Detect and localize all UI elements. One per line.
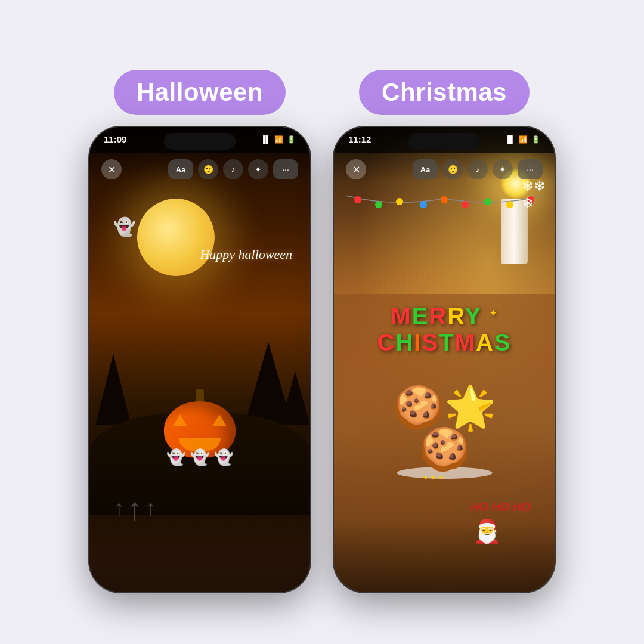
pumpkin-stem <box>196 389 204 401</box>
cookie-emoji: 🍪🌟🍪 <box>389 386 500 470</box>
xmas-wifi-icon: 📶 <box>519 135 528 144</box>
string-lights <box>340 193 549 219</box>
christmas-status-icons: ▐▌ 📶 🔋 <box>505 135 540 144</box>
halloween-status-bar: 11:09 ▐▌ 📶 🔋 <box>89 134 310 144</box>
xmas-emoji-button[interactable]: 🙂 <box>442 159 463 179</box>
tree-1 <box>95 354 131 425</box>
halloween-badge: Halloween <box>114 70 286 115</box>
halloween-toolbar[interactable]: ✕ Aa 🙂 ♪ ✦ ··· <box>89 153 310 185</box>
christmas-word: CHISTMAS <box>355 329 534 355</box>
ho-ho-ho-text: HO HO HO <box>470 499 531 515</box>
svg-point-0 <box>354 196 361 203</box>
halloween-status-icons: ▐▌ 📶 🔋 <box>261 135 296 144</box>
christmas-screen: ❄❄❄ 🍪🌟🍪 MERRY ✦ <box>334 127 555 592</box>
halloween-section: Halloween <box>89 70 310 592</box>
cookie-plate: 🍪🌟🍪 <box>389 386 500 479</box>
ghost-icon-top: 👻 <box>113 216 135 237</box>
pumpkin-eye-right <box>212 414 227 426</box>
christmas-background: ❄❄❄ 🍪🌟🍪 MERRY ✦ <box>334 127 555 592</box>
svg-point-2 <box>396 198 403 205</box>
lights-svg <box>340 193 549 216</box>
bottom-gradient <box>89 521 310 592</box>
xmas-toolbar-right: Aa 🙂 ♪ ✦ ··· <box>413 159 543 179</box>
text-style-button[interactable]: Aa <box>168 159 193 179</box>
christmas-time: 11:12 <box>348 134 371 144</box>
xmas-text-style-button[interactable]: Aa <box>413 159 438 179</box>
pumpkin-eye-left <box>173 414 187 426</box>
svg-point-5 <box>462 201 469 208</box>
tree-3 <box>280 371 310 425</box>
halloween-phone: 👻 Happy halloween 👻 👻 👻 ↑ ↑ <box>89 127 310 592</box>
emoji-sticker-button[interactable]: 🙂 <box>198 159 218 179</box>
moon-graphic <box>137 199 215 276</box>
sparkle-button[interactable]: ✦ <box>248 159 268 179</box>
xmas-close-button[interactable]: ✕ <box>346 159 366 179</box>
star-confetti: ✦ ✦ ✦ <box>422 473 444 482</box>
christmas-section: Christmas <box>334 70 555 592</box>
merry-word: MERRY ✦ <box>355 303 534 329</box>
svg-point-6 <box>484 198 491 205</box>
christmas-status-bar: 11:12 ▐▌ 📶 🔋 <box>334 134 555 144</box>
christmas-phone: ❄❄❄ 🍪🌟🍪 MERRY ✦ <box>334 127 555 592</box>
christmas-badge: Christmas <box>359 70 530 115</box>
xmas-signal-icon: ▐▌ <box>505 135 515 144</box>
xmas-battery-icon: 🔋 <box>531 135 540 144</box>
main-container: Halloween <box>89 52 555 592</box>
music-button[interactable]: ♪ <box>223 159 243 179</box>
signal-icon: ▐▌ <box>261 135 271 144</box>
halloween-background: 👻 Happy halloween 👻 👻 👻 ↑ ↑ <box>89 127 310 592</box>
ghost-row-sticker: 👻 👻 👻 <box>166 448 233 467</box>
svg-point-7 <box>506 201 513 208</box>
close-button[interactable]: ✕ <box>101 159 122 179</box>
happy-halloween-overlay-text: Happy halloween <box>200 246 292 264</box>
halloween-time: 11:09 <box>104 134 126 144</box>
halloween-screen: 👻 Happy halloween 👻 👻 👻 ↑ ↑ <box>89 127 310 592</box>
toolbar-right-buttons: Aa 🙂 ♪ ✦ ··· <box>168 159 298 179</box>
christmas-toolbar[interactable]: ✕ Aa 🙂 ♪ ✦ ··· <box>334 153 555 185</box>
svg-point-4 <box>441 196 448 203</box>
svg-point-3 <box>420 201 427 208</box>
xmas-music-button[interactable]: ♪ <box>467 159 488 179</box>
santa-sticker: 🎅 <box>473 518 501 544</box>
svg-point-1 <box>375 201 382 208</box>
xmas-more-button[interactable]: ··· <box>518 159 543 179</box>
more-options-button[interactable]: ··· <box>273 159 298 179</box>
wifi-icon: 📶 <box>274 135 283 144</box>
pumpkin-graphic <box>164 389 236 449</box>
merry-christmas-text: MERRY ✦ CHISTMAS <box>355 303 534 355</box>
xmas-sparkle-button[interactable]: ✦ <box>493 159 513 179</box>
xmas-bottom-overlay <box>334 521 555 592</box>
battery-icon: 🔋 <box>287 135 296 144</box>
